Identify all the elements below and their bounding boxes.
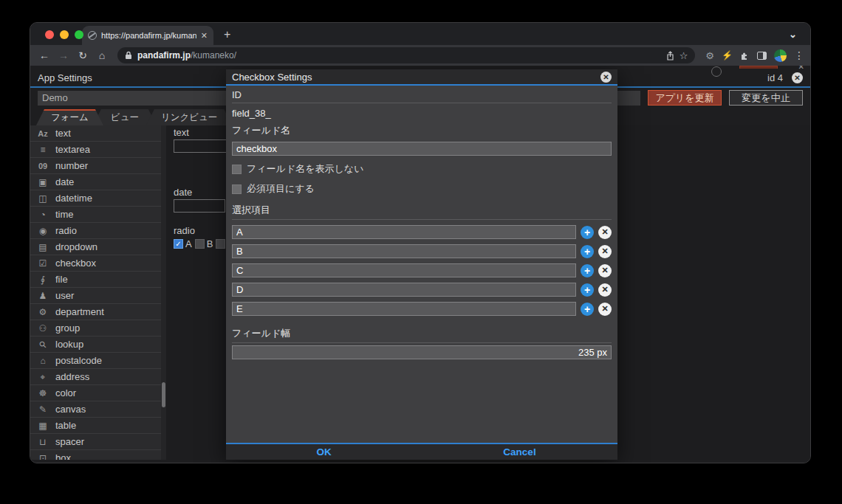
checkbox-icon[interactable] [232,165,242,174]
sidebar-item-color[interactable]: ☸ color [30,385,161,401]
menu-dots-icon[interactable]: ⋮ [794,49,804,61]
checkbox-icon[interactable] [232,184,242,194]
house-icon: ⌂ [36,356,49,366]
sidebar-scrollbar-thumb[interactable] [162,382,165,407]
add-option-button[interactable]: + [581,283,594,297]
option-row: + ✕ [232,302,612,316]
tab-view[interactable]: ビュー [93,109,157,125]
sidebar-item-datetime[interactable]: ◫ datetime [30,190,161,207]
option-value-input[interactable] [232,225,576,239]
hide-field-name-checkbox[interactable]: フィールド名を表示しない [232,162,612,176]
sidebar-item-label: checkbox [55,258,96,269]
add-option-button[interactable]: + [581,303,594,316]
toolbar-extensions: ⚙ ⚡ ⋮ [705,49,804,62]
remove-option-button[interactable]: ✕ [598,303,612,316]
field-name-label: フィールド名 [232,120,612,139]
home-icon[interactable]: ⌂ [94,49,110,61]
background-button-sliver [739,66,778,69]
remove-option-button[interactable]: ✕ [598,283,612,297]
checkbox-icon[interactable]: ✓ [195,239,205,249]
sidebar-item-checkbox[interactable]: ☑ checkbox [30,255,161,272]
sidebar-item-label: box [55,452,71,460]
sidebar-item-user[interactable]: ♟ user [30,288,161,304]
tab-linkview[interactable]: リンクビュー [146,109,232,125]
sidebar-item-number[interactable]: 09 number [30,158,161,174]
side-panel-icon[interactable] [757,52,767,60]
add-option-button[interactable]: + [581,264,594,277]
lock-icon [125,51,132,60]
browser-tab[interactable]: https://pandafirm.jp/kumaneko ✕ [82,26,213,45]
forward-icon[interactable]: → [55,49,72,61]
sidebar-item-label: postalcode [55,355,102,366]
id-value: field_38_ [232,103,612,120]
chevron-down-icon[interactable]: ⌄ [789,29,797,40]
sidebar-item-label: datetime [55,193,92,204]
option-value-input[interactable] [232,283,576,297]
zoom-window-button[interactable] [75,30,83,39]
sidebar-item-lookup[interactable]: ⚲ lookup [30,336,161,353]
cancel-changes-button[interactable]: 変更を中止 [729,90,803,106]
number-icon: 09 [36,162,49,170]
bookmark-star-icon[interactable]: ☆ [680,50,688,61]
field-width-input[interactable] [232,345,612,359]
close-window-button[interactable] [45,30,54,39]
sidebar-item-spacer[interactable]: ⊔ spacer [30,434,161,450]
field-name-input[interactable] [232,142,612,156]
tab-close-icon[interactable]: ✕ [201,31,208,41]
options-label: 選択項目 [232,200,612,220]
checkbox-icon[interactable]: ✓ [174,239,183,249]
canvas-date-input[interactable] [174,199,225,213]
sidebar-item-time[interactable]: ◔ time [30,207,161,223]
sidebar-item-radio[interactable]: ◉ radio [30,223,161,239]
modal-close-button[interactable]: ✕ [600,72,612,83]
tab-strip: https://pandafirm.jp/kumaneko ✕ + ⌄ [30,23,810,45]
sidebar-scrollbar[interactable] [161,125,166,460]
sidebar-item-box[interactable]: ⊡ box [30,450,161,460]
page-content: ✕ App Settings id 4 ✕ アプリを更新 変更を中止 フォームビ… [30,66,810,463]
option-value-input[interactable] [232,263,576,277]
lightning-extension-icon[interactable]: ⚡ [722,50,733,61]
sidebar-item-textarea[interactable]: ≡ textarea [30,142,161,158]
add-option-button[interactable]: + [581,245,594,258]
sidebar-item-address[interactable]: ⌖ address [30,369,161,385]
puzzle-extensions-icon[interactable] [740,51,750,61]
sidebar-item-label: table [55,420,76,431]
modal-body: ID field_38_ フィールド名 フィールド名を表示しない 必須項目にする… [226,86,617,443]
remove-option-button[interactable]: ✕ [598,264,612,277]
back-icon[interactable]: ← [36,49,52,61]
gear-icon[interactable]: ⚙ [705,50,714,61]
remove-option-button[interactable]: ✕ [598,226,612,239]
sidebar-item-text[interactable]: Az text [30,125,161,142]
canvas-checkbox-option[interactable]: ✓ B [195,238,213,249]
canvas-checkbox-option[interactable]: ✓ A [174,238,192,249]
cancel-button[interactable]: Cancel [422,444,617,460]
address-bar[interactable]: pandafirm.jp/kumaneko/ ☆ [117,47,695,63]
ok-button[interactable]: OK [226,444,422,460]
sidebar-item-table[interactable]: ▦ table [30,418,161,434]
sidebar-item-file[interactable]: ∮ file [30,272,161,288]
reload-icon[interactable]: ↻ [75,49,91,61]
sidebar-item-department[interactable]: ⚙ department [30,304,161,320]
option-value-input[interactable] [232,244,576,258]
remove-option-button[interactable]: ✕ [598,245,612,258]
browser-window: https://pandafirm.jp/kumaneko ✕ + ⌄ ← → … [30,22,811,463]
sidebar-item-postalcode[interactable]: ⌂ postalcode [30,353,161,369]
option-value-input[interactable] [232,302,576,316]
add-option-button[interactable]: + [581,226,594,239]
minimize-window-button[interactable] [60,30,69,39]
close-settings-button[interactable]: ✕ [792,72,803,83]
share-icon[interactable] [666,51,674,61]
sidebar-item-canvas[interactable]: ✎ canvas [30,401,161,418]
traffic-lights [45,30,83,39]
people-icon: ⚇ [36,323,49,334]
update-app-button[interactable]: アプリを更新 [648,90,722,106]
new-tab-button[interactable]: + [224,28,230,41]
sidebar-item-date[interactable]: ▣ date [30,174,161,190]
tab-form[interactable]: フォーム [36,109,103,125]
checkbox-icon[interactable]: ✓ [216,239,225,249]
page-title: App Settings [38,72,92,83]
profile-avatar[interactable] [774,49,787,62]
sidebar-item-group[interactable]: ⚇ group [30,320,161,336]
required-checkbox[interactable]: 必須項目にする [232,182,612,196]
sidebar-item-dropdown[interactable]: ▤ dropdown [30,239,161,255]
